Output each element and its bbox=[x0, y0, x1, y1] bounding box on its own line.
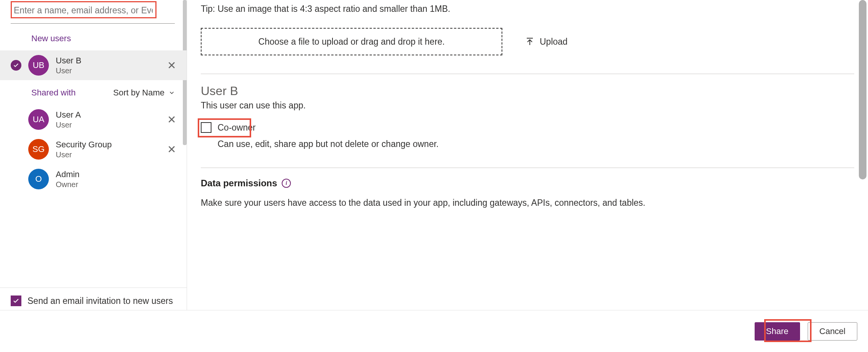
avatar: UB bbox=[28, 55, 49, 76]
cancel-button[interactable]: Cancel bbox=[808, 322, 857, 341]
user-row[interactable]: OAdminOwner bbox=[0, 164, 187, 194]
section-new-users: New users bbox=[0, 24, 187, 50]
user-name: Security Group bbox=[56, 140, 156, 150]
right-panel: Tip: Use an image that is 4:3 aspect rat… bbox=[187, 0, 868, 352]
left-panel: New users UBUser BUser✕ Shared with Sort… bbox=[0, 0, 187, 352]
user-row[interactable]: UBUser BUser✕ bbox=[0, 50, 187, 80]
upload-dropzone[interactable]: Choose a file to upload or drag and drop… bbox=[201, 28, 502, 55]
tip-text: Tip: Use an image that is 4:3 aspect rat… bbox=[201, 4, 854, 14]
upload-label: Upload bbox=[540, 37, 568, 47]
avatar: O bbox=[28, 169, 49, 189]
detail-user-desc: This user can use this app. bbox=[201, 100, 854, 111]
upload-icon bbox=[525, 37, 534, 46]
user-row[interactable]: SGSecurity GroupUser✕ bbox=[0, 134, 187, 164]
scrollbar-right[interactable] bbox=[859, 0, 866, 179]
sort-by-dropdown[interactable]: Sort by Name bbox=[113, 88, 176, 98]
sort-by-label: Sort by Name bbox=[113, 88, 165, 98]
user-role: User bbox=[56, 121, 156, 129]
user-role: User bbox=[56, 150, 156, 159]
remove-user-button[interactable]: ✕ bbox=[163, 112, 180, 128]
avatar: SG bbox=[28, 139, 49, 160]
email-invite-label: Send an email invitation to new users bbox=[27, 296, 173, 306]
search-input[interactable] bbox=[11, 2, 156, 19]
user-row[interactable]: UAUser AUser✕ bbox=[0, 105, 187, 134]
remove-user-button[interactable]: ✕ bbox=[163, 142, 180, 157]
remove-user-button[interactable]: ✕ bbox=[163, 58, 180, 73]
coowner-desc: Can use, edit, share app but not delete … bbox=[218, 139, 854, 149]
divider bbox=[201, 74, 854, 74]
user-name: User A bbox=[56, 110, 156, 120]
data-permissions-heading: Data permissions bbox=[201, 178, 277, 189]
selected-check-icon bbox=[11, 60, 21, 71]
coowner-checkbox[interactable] bbox=[201, 122, 211, 133]
footer: Share Cancel bbox=[0, 310, 868, 352]
check-icon bbox=[13, 297, 19, 304]
avatar: UA bbox=[28, 109, 49, 130]
user-role: User bbox=[56, 66, 156, 75]
section-shared-with: Shared with bbox=[31, 88, 76, 98]
user-role: Owner bbox=[56, 180, 158, 189]
info-icon[interactable]: i bbox=[282, 179, 291, 188]
divider bbox=[201, 168, 854, 168]
data-permissions-desc: Make sure your users have access to the … bbox=[201, 198, 854, 208]
user-name: Admin bbox=[56, 170, 158, 179]
detail-user-name: User B bbox=[201, 84, 854, 98]
email-invite-checkbox[interactable] bbox=[11, 295, 21, 306]
user-name: User B bbox=[56, 56, 156, 66]
coowner-label: Co-owner bbox=[218, 123, 256, 133]
upload-button[interactable]: Upload bbox=[525, 37, 568, 47]
share-button[interactable]: Share bbox=[755, 322, 800, 341]
chevron-down-icon bbox=[168, 89, 175, 96]
